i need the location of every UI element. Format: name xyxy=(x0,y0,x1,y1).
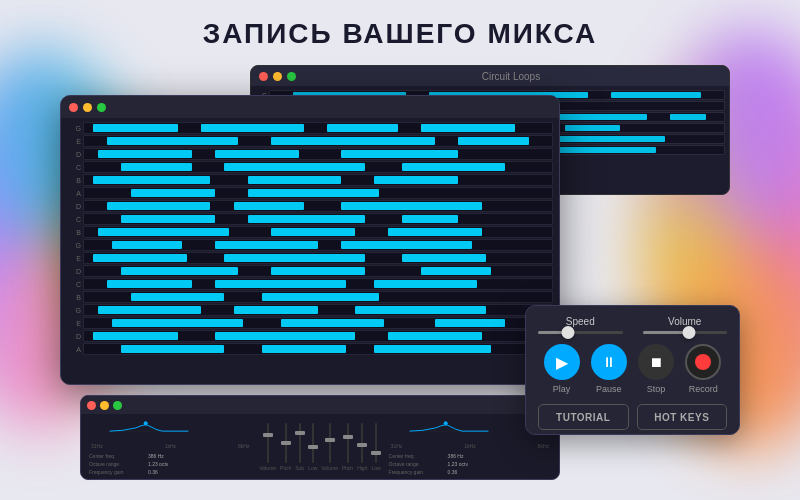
note-block xyxy=(271,137,435,145)
eq-param-name: Octave range xyxy=(389,461,444,467)
note-block xyxy=(121,215,215,223)
pause-icon: ⏸ xyxy=(602,354,616,370)
dot-yellow[interactable] xyxy=(273,72,282,81)
fader-handle[interactable] xyxy=(295,431,305,435)
hotkeys-button[interactable]: HOT KEYS xyxy=(637,404,728,430)
eq-param-value: 0.36 xyxy=(148,469,158,475)
main-dot-red[interactable] xyxy=(69,103,78,112)
note-block xyxy=(611,92,702,98)
note-block xyxy=(215,280,346,288)
fader-section: Volume Pitch Sub xyxy=(259,418,380,475)
note-block xyxy=(121,345,224,353)
fader-track[interactable] xyxy=(267,423,269,463)
main-dot-yellow[interactable] xyxy=(83,103,92,112)
note-grid xyxy=(83,317,553,329)
note-block xyxy=(93,332,177,340)
record-button[interactable]: Record xyxy=(685,344,721,394)
main-content: Circuit Loops GEDCBE GEDCBADCBGEDCBGEDA xyxy=(60,65,740,485)
note-block xyxy=(107,202,210,210)
fader-track[interactable] xyxy=(299,423,301,463)
main-window: GEDCBADCBGEDCBGEDA xyxy=(60,95,560,385)
freq-label: 1kHz xyxy=(464,443,475,449)
fader-handle[interactable] xyxy=(325,438,335,442)
fader-track[interactable] xyxy=(312,423,314,463)
note-block xyxy=(341,150,458,158)
piano-roll-row: G xyxy=(67,122,553,134)
eq-param-name: Frequency gain xyxy=(389,469,444,475)
freq-label: 8kHz xyxy=(238,443,249,449)
fader-pitch: Pitch xyxy=(280,423,291,471)
note-label: B xyxy=(67,229,81,236)
dot-green[interactable] xyxy=(287,72,296,81)
note-block xyxy=(262,293,379,301)
note-label: E xyxy=(67,320,81,327)
note-label: B xyxy=(67,294,81,301)
piano-roll-row: C xyxy=(67,278,553,290)
eq-param-value: 1.23 octv xyxy=(148,461,168,467)
note-grid xyxy=(83,187,553,199)
fader-pitch2: Pitch xyxy=(342,423,353,471)
pause-button[interactable]: ⏸ Pause xyxy=(591,344,627,394)
note-block xyxy=(421,124,515,132)
eq-curve-1 xyxy=(89,418,209,441)
note-block xyxy=(551,136,665,142)
eq-dot-green[interactable] xyxy=(113,401,122,410)
freq-label: 31Hz xyxy=(91,443,103,449)
eq-param-row: Octave range 1.23 octv xyxy=(389,461,551,467)
eq-param-row: Frequency gain 0.36 xyxy=(389,469,551,475)
volume-slider-track[interactable] xyxy=(643,331,728,334)
dot-red[interactable] xyxy=(259,72,268,81)
fader-label: Volume xyxy=(321,465,338,471)
volume-slider-thumb[interactable] xyxy=(682,326,695,339)
eq-freq-labels-2: 31Hz 1kHz 8kHz xyxy=(389,443,551,449)
fader-label: Volume xyxy=(259,465,276,471)
fader-handle[interactable] xyxy=(308,445,318,449)
note-block xyxy=(224,163,364,171)
fader-track[interactable] xyxy=(347,423,349,463)
note-block xyxy=(112,241,182,249)
fader-label: Low xyxy=(371,465,380,471)
fader-label: Sub xyxy=(295,465,304,471)
fader-handle[interactable] xyxy=(263,433,273,437)
note-grid xyxy=(83,122,553,134)
eq-body: 31Hz 1kHz 8kHz Center freq 386 Hz Octave… xyxy=(81,414,559,479)
fader-track[interactable] xyxy=(361,423,363,463)
note-block xyxy=(388,332,482,340)
svg-point-1 xyxy=(144,421,148,425)
eq-dot-yellow[interactable] xyxy=(100,401,109,410)
note-block xyxy=(271,228,355,236)
fader-track[interactable] xyxy=(329,423,331,463)
note-block xyxy=(458,137,528,145)
eq-titlebar xyxy=(81,396,559,414)
eq-param-name: Center freq xyxy=(89,453,144,459)
note-block xyxy=(107,137,238,145)
note-label: A xyxy=(67,190,81,197)
tutorial-button[interactable]: TUTORIAL xyxy=(538,404,629,430)
fader-handle[interactable] xyxy=(281,441,291,445)
note-block xyxy=(224,254,364,262)
eq-dot-red[interactable] xyxy=(87,401,96,410)
piano-roll-row: G xyxy=(67,239,553,251)
eq-param-row: Frequency gain 0.36 xyxy=(89,469,251,475)
fader-track[interactable] xyxy=(375,423,377,463)
svg-point-3 xyxy=(443,421,447,425)
play-button[interactable]: ▶ Play xyxy=(544,344,580,394)
fader-handle[interactable] xyxy=(343,435,353,439)
eq-param-name: Octave range xyxy=(89,461,144,467)
note-grid xyxy=(83,291,553,303)
note-label: A xyxy=(67,346,81,353)
fader-handle[interactable] xyxy=(371,451,381,455)
note-block xyxy=(93,124,177,132)
piano-roll-row: A xyxy=(67,187,553,199)
eq-param-name: Frequency gain xyxy=(89,469,144,475)
fader-track[interactable] xyxy=(285,423,287,463)
record-dot-icon xyxy=(695,354,711,370)
speed-slider-track[interactable] xyxy=(538,331,623,334)
stop-button[interactable]: ⏹ Stop xyxy=(638,344,674,394)
main-dot-green[interactable] xyxy=(97,103,106,112)
speed-slider-thumb[interactable] xyxy=(561,326,574,339)
note-block xyxy=(435,319,505,327)
fader-handle[interactable] xyxy=(357,443,367,447)
main-window-titlebar xyxy=(61,96,559,118)
piano-roll-row: E xyxy=(67,135,553,147)
